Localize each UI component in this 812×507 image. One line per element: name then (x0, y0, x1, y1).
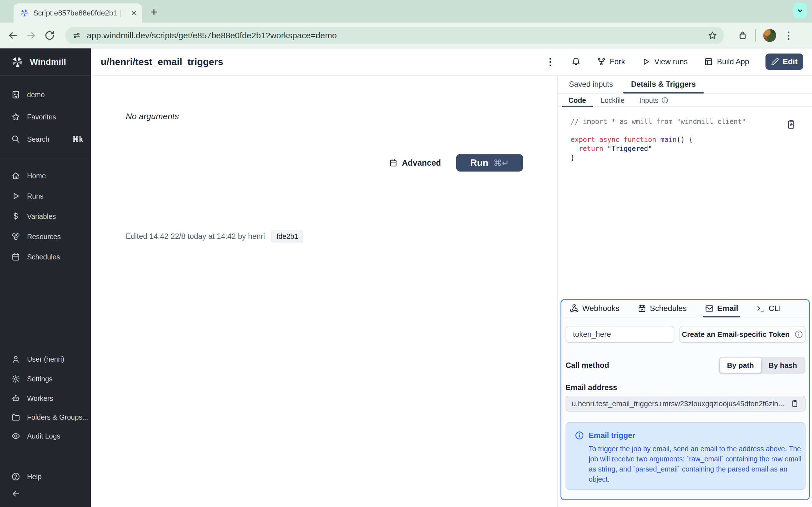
forward-button[interactable] (26, 30, 37, 41)
sidebar-item-favorites[interactable]: Favorites (0, 107, 91, 127)
body: No arguments Advanced Run ⌘↵ Edited 14:4… (91, 75, 812, 507)
browser-menu-icon[interactable]: ⋮ (783, 31, 794, 41)
version-hash-badge[interactable]: fde2b1 (271, 230, 303, 243)
sidebar-item-folders-groups[interactable]: Folders & Groups... (0, 407, 91, 427)
sidebar-item-search[interactable]: Search ⌘k (0, 129, 91, 149)
browser-toolbar: app.windmill.dev/scripts/get/e857be88e0f… (0, 22, 812, 48)
profile-avatar[interactable] (763, 29, 776, 42)
sidebar-item-audit-logs[interactable]: Audit Logs (0, 426, 91, 446)
sidebar-item-label: Home (27, 172, 46, 180)
advanced-button[interactable]: Advanced (389, 158, 441, 168)
home-icon (11, 171, 20, 180)
notifications-button[interactable] (571, 57, 580, 66)
tab-webhooks[interactable]: Webhooks (570, 300, 619, 317)
edit-button[interactable]: Edit (765, 54, 803, 70)
info-circle-icon (661, 97, 668, 104)
building-icon (11, 90, 20, 99)
site-settings-icon[interactable] (72, 31, 81, 40)
no-arguments-text: No arguments (126, 112, 179, 121)
clipboard-icon (790, 399, 799, 408)
email-address-field: u.henri.test_email_triggers+mrsw23zlouxg… (566, 396, 806, 411)
envelope-icon (705, 304, 714, 313)
sidebar-item-settings[interactable]: Settings (0, 369, 91, 389)
run-button[interactable]: Run ⌘↵ (456, 154, 523, 172)
subtab-code[interactable]: Code (561, 94, 594, 107)
tab-details-triggers[interactable]: Details & Triggers (622, 75, 705, 93)
url-text[interactable]: app.windmill.dev/scripts/get/e857be88e0f… (87, 31, 702, 40)
email-address-label: Email address (566, 383, 617, 392)
sidebar-item-label: demo (27, 91, 45, 99)
token-row: Create an Email-specific Token (566, 326, 806, 343)
help-circle-icon (11, 472, 20, 481)
sidebar-item-runs[interactable]: Runs (0, 186, 91, 206)
extensions-icon[interactable] (738, 31, 748, 41)
sidebar-item-user[interactable]: User (henri) (0, 349, 91, 369)
email-trigger-info-box: Email trigger To trigger the job by emai… (566, 422, 806, 490)
subtab-lockfile[interactable]: Lockfile (594, 94, 632, 107)
sidebar-item-workspace[interactable]: demo (0, 84, 91, 105)
tab-close-icon[interactable]: × (131, 8, 137, 17)
browser-tab[interactable]: Script e857be88e0fde2b1 | W × (13, 3, 142, 22)
pencil-icon (771, 58, 779, 66)
user-icon (11, 355, 20, 363)
header-controls: ⋮ Fork View runs Build App (546, 54, 803, 70)
trigger-tabs: Webhooks Schedules Email (561, 300, 809, 318)
sidebar-item-label: Audit Logs (27, 432, 60, 440)
more-menu-icon[interactable]: ⋮ (546, 56, 555, 67)
url-bar[interactable]: app.windmill.dev/scripts/get/e857be88e0f… (65, 27, 724, 44)
sidebar-item-schedules[interactable]: Schedules (0, 247, 91, 267)
window-chevron-button[interactable] (793, 3, 807, 18)
view-runs-button[interactable]: View runs (642, 57, 688, 66)
divider (0, 75, 91, 76)
tab-cli[interactable]: CLI (756, 300, 781, 317)
reload-button[interactable] (45, 31, 55, 41)
sidebar-item-label: Settings (27, 375, 52, 383)
subtab-inputs[interactable]: Inputs (632, 94, 676, 107)
bookmark-star-icon[interactable] (708, 31, 717, 40)
calendar-check-icon (638, 304, 647, 313)
edited-text: Edited 14:42 22/8 today at 14:42 by henr… (126, 232, 265, 241)
tab-saved-inputs[interactable]: Saved inputs (560, 75, 622, 93)
triggers-panel: Webhooks Schedules Email (560, 299, 810, 500)
play-icon (11, 191, 20, 201)
copy-code-button[interactable] (785, 119, 797, 132)
by-path-option[interactable]: By path (720, 358, 761, 373)
eye-icon (11, 432, 20, 441)
token-input[interactable] (566, 326, 674, 343)
sidebar-item-variables[interactable]: Variables (0, 206, 91, 226)
run-controls: Advanced Run ⌘↵ (389, 154, 523, 172)
info-circle-icon (574, 431, 584, 440)
sidebar-item-home[interactable]: Home (0, 166, 91, 186)
sidebar-item-resources[interactable]: Resources (0, 226, 91, 247)
arrow-right-icon (26, 30, 37, 41)
details-pane: Saved inputs Details & Triggers Code Loc… (557, 75, 812, 507)
arrow-left-icon (11, 489, 20, 498)
by-hash-option[interactable]: By hash (761, 358, 804, 373)
sidebar-item-workers[interactable]: Workers (0, 388, 91, 408)
sidebar-item-label: Schedules (27, 253, 60, 261)
layout-icon (704, 57, 713, 66)
fork-button[interactable]: Fork (597, 57, 625, 66)
page-header: u/henri/test_email_triggers ⋮ Fork View … (91, 48, 812, 75)
tab-email[interactable]: Email (705, 300, 739, 317)
play-icon (642, 57, 651, 66)
create-email-token-button[interactable]: Create an Email-specific Token (679, 326, 806, 343)
email-address-value[interactable]: u.henri.test_email_triggers+mrsw23zlouxg… (572, 399, 786, 408)
folder-icon (11, 413, 20, 421)
gear-icon (11, 374, 20, 383)
content: u/henri/test_email_triggers ⋮ Fork View … (91, 48, 812, 507)
divider (0, 158, 91, 158)
run-form-pane: No arguments Advanced Run ⌘↵ Edited 14:4… (91, 75, 557, 507)
back-button[interactable] (7, 30, 18, 41)
call-method-label: Call method (566, 361, 609, 370)
brand[interactable]: Windmill (0, 48, 91, 75)
windmill-logo-icon (11, 55, 24, 68)
build-app-button[interactable]: Build App (704, 57, 749, 66)
new-tab-button[interactable]: + (148, 6, 160, 18)
code-viewer: // import * as wmill from "windmill-clie… (558, 108, 812, 299)
sidebar-item-label: Help (27, 473, 42, 481)
tab-schedules[interactable]: Schedules (638, 300, 687, 317)
sidebar-collapse-button[interactable] (0, 484, 91, 504)
sidebar-item-label: Resources (27, 233, 61, 241)
copy-email-button[interactable] (790, 399, 799, 408)
